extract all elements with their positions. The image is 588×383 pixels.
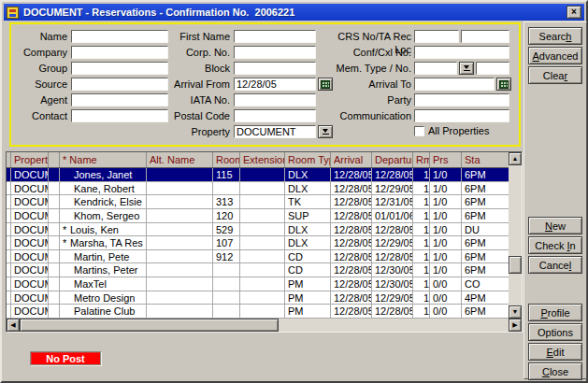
- grid-cell-room-type: SUP: [285, 209, 331, 223]
- grid-row[interactable]: DOCUME Metro Design PM 12/28/05 12/29/05…: [7, 291, 509, 305]
- property-lov-button[interactable]: [318, 125, 333, 138]
- grid-row[interactable]: DOCUME Khom, Sergeo 120 SUP 12/28/05 01/…: [7, 209, 509, 223]
- crs-no-input-2[interactable]: [461, 30, 509, 43]
- arrival-from-input[interactable]: [234, 78, 316, 91]
- property-select[interactable]: [234, 125, 316, 138]
- communication-label: Communication: [320, 109, 411, 122]
- grid-row[interactable]: DOCUME Palatine Club PM 12/28/05 12/28/0…: [7, 305, 509, 319]
- grid-cell-room: [213, 263, 240, 277]
- grid-cell-extension: [240, 195, 285, 209]
- cancel-button[interactable]: Cancel: [528, 256, 582, 274]
- close-button[interactable]: Close: [528, 362, 582, 380]
- close-icon[interactable]: ×: [566, 6, 581, 19]
- app-icon: [7, 7, 19, 19]
- grid-cell-room: 115: [213, 168, 240, 182]
- all-properties-label: All Properties: [428, 125, 489, 136]
- grid-row[interactable]: DOCUME Kendrick, Elsie 313 TK 12/28/05 1…: [7, 195, 509, 209]
- grid-cell-name: *Louis, Ken: [60, 223, 147, 237]
- grid-cell-rms: 1: [413, 263, 430, 277]
- scroll-left-icon[interactable]: ◀: [7, 319, 20, 332]
- new-button[interactable]: New: [528, 217, 582, 234]
- conf-cxl-no-input[interactable]: [414, 46, 509, 59]
- scroll-up-icon[interactable]: ▲: [509, 152, 522, 165]
- options-button[interactable]: Options: [528, 323, 582, 341]
- advanced-button[interactable]: Advanced: [528, 47, 582, 64]
- grid-cell-prs: 1/0: [430, 182, 462, 196]
- crs-no-input-1[interactable]: [414, 30, 459, 43]
- block-input[interactable]: [234, 62, 316, 75]
- scroll-down-icon[interactable]: ▼: [509, 305, 522, 319]
- grid-cell-arrival: 12/28/05: [331, 195, 372, 209]
- edit-button[interactable]: Edit: [528, 343, 582, 361]
- horizontal-scrollbar[interactable]: ◀ ▶: [7, 319, 522, 332]
- grid-row[interactable]: DOCUME Martin, Pete 912 CD 12/28/05 12/2…: [7, 250, 509, 264]
- grid-cell-prs: 1/0: [430, 223, 462, 237]
- grid-cell-departure: 12/28/05: [372, 305, 413, 319]
- party-input[interactable]: [414, 93, 509, 106]
- communication-input[interactable]: [414, 109, 509, 122]
- grid-cell-property: DOCUME: [11, 168, 49, 182]
- search-button[interactable]: Search: [528, 27, 582, 45]
- grid-cell-extension: [240, 209, 285, 223]
- crs-no-label: CRS No/TA Rec Loc: [320, 30, 411, 43]
- grid-cell-arrival: 12/28/05: [331, 168, 372, 182]
- grid-cell-alt-name: [147, 263, 213, 277]
- horizontal-scroll-thumb[interactable]: [20, 319, 279, 332]
- reservation-button-group: NewCheck InCancel: [528, 217, 582, 276]
- check-in-button[interactable]: Check In: [528, 236, 582, 254]
- all-properties-option: All Properties: [414, 125, 489, 136]
- grid-cell-rms: 1: [413, 223, 430, 237]
- column-header-rms: Rms: [413, 152, 430, 167]
- grid-row[interactable]: DOCUME *Marsha, TA Res 107 DLX 12/28/05 …: [7, 236, 509, 250]
- grid-cell-departure: 12/30/05: [372, 263, 413, 277]
- corp-no-input[interactable]: [234, 46, 316, 59]
- vertical-scrollbar[interactable]: ▲ ▼: [509, 152, 522, 319]
- grid-cell-room: 313: [213, 195, 240, 209]
- clear-button[interactable]: Clear: [528, 66, 582, 84]
- grid-cell-departure: 12/29/05: [372, 291, 413, 305]
- arrival-to-input[interactable]: [414, 78, 495, 91]
- postal-code-input[interactable]: [234, 109, 316, 122]
- grid-cell: [49, 277, 60, 291]
- grid-row[interactable]: DOCUME Jones, Janet 115 DLX 12/28/05 12/…: [7, 168, 509, 182]
- grid-cell: [49, 305, 60, 319]
- grid-cell-room: 529: [213, 223, 240, 237]
- no-post-badge: No Post: [30, 351, 101, 365]
- mem-no-input[interactable]: [476, 62, 509, 75]
- grid-row[interactable]: DOCUME *Louis, Ken 529 DLX 12/28/05 12/2…: [7, 223, 509, 237]
- grid-row[interactable]: DOCUME MaxTel PM 12/28/05 12/30/05 1 0/0…: [7, 277, 509, 291]
- grid-cell-alt-name: [147, 168, 213, 182]
- grid-cell-property: DOCUME: [11, 291, 49, 305]
- grid-cell-status: 4PM: [462, 291, 509, 305]
- grid-cell-rms: 1: [413, 305, 430, 319]
- column-header-room-type: Room Type: [285, 152, 331, 167]
- grid-row[interactable]: DOCUME Kane, Robert DLX 12/28/05 12/29/0…: [7, 182, 509, 196]
- all-properties-checkbox[interactable]: [414, 126, 424, 136]
- arrival-to-calendar-button[interactable]: [496, 78, 511, 91]
- grid-cell-status: 6PM: [462, 195, 509, 209]
- action-button-panel: SearchAdvancedClear NewCheck InCancel Pr…: [523, 21, 587, 379]
- grid-cell-rms: 1: [413, 277, 430, 291]
- grid-cell-arrival: 12/28/05: [331, 236, 372, 250]
- grid-cell-departure: 12/28/05: [372, 250, 413, 264]
- dropdown-icon: [464, 65, 470, 71]
- grid-row[interactable]: DOCUME Martins, Peter CD 12/28/05 12/30/…: [7, 263, 509, 277]
- profile-button[interactable]: Profile: [528, 304, 582, 321]
- scroll-right-icon[interactable]: ▶: [509, 319, 522, 332]
- vertical-scroll-thumb[interactable]: [509, 256, 522, 274]
- mem-type-lov-button[interactable]: [459, 62, 474, 75]
- grid-cell-extension: [240, 277, 285, 291]
- first-name-input[interactable]: [234, 30, 316, 43]
- grid-cell-prs: 1/0: [430, 263, 462, 277]
- iata-no-input[interactable]: [234, 93, 316, 106]
- column-header-status: Sta: [462, 152, 509, 167]
- mem-type-input[interactable]: [414, 62, 457, 75]
- grid-cell-alt-name: [147, 250, 213, 264]
- reservations-window: DOCUMENT - Reservations - Confirmation N…: [0, 0, 588, 383]
- grid-cell-property: DOCUME: [11, 236, 49, 250]
- grid-cell-status: 6PM: [462, 250, 509, 264]
- column-header-prs: Prs: [430, 152, 462, 167]
- iata-no-label: IATA No.: [136, 93, 230, 106]
- grid-cell-arrival: 12/28/05: [331, 209, 372, 223]
- grid-cell-alt-name: [147, 277, 213, 291]
